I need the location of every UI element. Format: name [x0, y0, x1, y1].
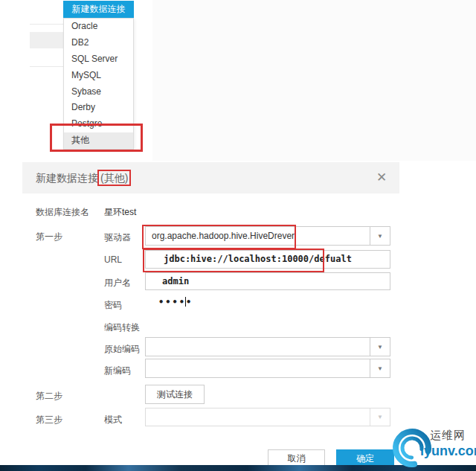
schema-select[interactable]: ▼	[145, 408, 390, 426]
password-label: 密码	[104, 299, 122, 312]
connection-name-value: 星环test	[104, 206, 136, 219]
watermark-site-url: iyunv.com	[420, 443, 476, 459]
menu-item-mysql[interactable]: MySQL	[64, 68, 133, 84]
watermark-site-name: 运维网	[430, 429, 466, 443]
chevron-down-icon[interactable]: ▼	[370, 338, 390, 356]
test-connection-button[interactable]: 测试连接	[145, 385, 205, 404]
new-data-connection-button[interactable]: 新建数据连接	[63, 1, 134, 18]
driver-selected-value: org.apache.hadoop.hive.HiveDrever	[146, 227, 370, 245]
menu-item-derby[interactable]: Derby	[64, 100, 133, 116]
dialog-title: 新建数据连接(其他)	[36, 162, 131, 193]
menu-item-db2[interactable]: DB2	[64, 35, 133, 51]
url-input[interactable]: jdbc:hive://localhost:10000/defualt	[145, 250, 390, 269]
text-cursor	[185, 297, 186, 307]
original-encoding-select[interactable]: ▼	[145, 337, 390, 356]
new-encoding-select[interactable]: ▼	[145, 359, 390, 378]
connection-name-label: 数据库连接名	[36, 206, 89, 219]
username-label: 用户名	[104, 277, 131, 289]
step3-label: 第三步	[36, 414, 62, 426]
watermark-logo: 运维网 iyunv.com	[390, 424, 476, 469]
screenshot-root: 新建数据连接 Oracle DB2 SQL Server MySQL Sybas…	[0, 0, 476, 471]
driver-select[interactable]: org.apache.hadoop.hive.HiveDrever ▼	[145, 226, 390, 246]
url-value: jdbc:hive://localhost:10000/defualt	[146, 251, 390, 268]
database-type-menu: Oracle DB2 SQL Server MySQL Sybase Derby…	[63, 18, 134, 150]
menu-item-other[interactable]: 其他	[64, 132, 133, 149]
background-divider	[30, 66, 63, 67]
schema-label: 模式	[104, 414, 122, 426]
dialog-title-prefix: 新建数据连接	[36, 172, 98, 184]
close-icon[interactable]: ✕	[374, 170, 389, 185]
encoding-section-label: 编码转换	[104, 321, 140, 334]
menu-item-postgre[interactable]: Postgre	[64, 116, 133, 132]
original-encoding-label: 原始编码	[104, 343, 140, 356]
username-value: admin	[146, 273, 390, 289]
chevron-down-icon[interactable]: ▼	[370, 227, 390, 245]
background-row-fragment	[30, 32, 63, 48]
menu-item-sql-server[interactable]: SQL Server	[64, 51, 133, 68]
password-input[interactable]: •••••	[145, 295, 390, 311]
driver-label: 驱动器	[104, 231, 131, 244]
step2-label: 第二步	[36, 390, 62, 403]
dialog-title-highlight: (其他)	[97, 170, 131, 186]
step1-label: 第一步	[36, 231, 62, 243]
new-encoding-value	[146, 359, 370, 377]
background-pane	[152, 0, 476, 161]
chevron-down-icon: ▼	[370, 408, 390, 426]
menu-item-oracle[interactable]: Oracle	[64, 19, 133, 35]
url-label: URL	[104, 254, 122, 265]
dialog-header: 新建数据连接(其他) ✕	[22, 162, 399, 193]
menu-item-sybase[interactable]: Sybase	[64, 84, 133, 100]
background-divider	[30, 24, 63, 25]
schema-value	[146, 408, 370, 426]
username-input[interactable]: admin	[145, 272, 390, 290]
chevron-down-icon[interactable]: ▼	[370, 359, 390, 377]
new-encoding-label: 新编码	[104, 365, 131, 377]
original-encoding-value	[146, 338, 370, 356]
